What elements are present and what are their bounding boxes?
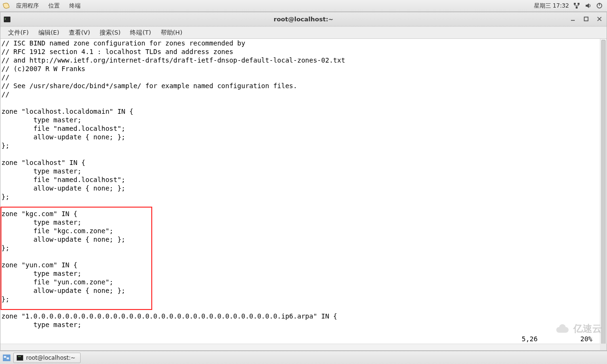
close-button[interactable] <box>595 15 604 23</box>
svg-rect-1 <box>578 3 579 5</box>
minimize-button[interactable] <box>569 15 577 23</box>
maximize-button[interactable] <box>582 15 590 23</box>
panel-clock[interactable]: 星期三 17:32 <box>534 2 569 10</box>
menu-help[interactable]: 帮助(H) <box>156 27 187 39</box>
menu-view[interactable]: 查看(V) <box>64 27 95 39</box>
taskbar-item-label: root@localhost:~ <box>26 355 75 361</box>
taskbar-item-terminal[interactable]: root@localhost:~ <box>13 353 81 363</box>
watermark-text: 亿速云 <box>573 322 602 335</box>
menu-file[interactable]: 文件(F) <box>3 27 34 39</box>
horizontal-scrollbar[interactable] <box>0 344 600 350</box>
power-icon[interactable] <box>596 2 603 9</box>
scroll-corner <box>600 344 607 350</box>
terminal-menubar: 文件(F) 编辑(E) 查看(V) 搜索(S) 终端(T) 帮助(H) <box>0 27 607 39</box>
terminal-content[interactable]: // ISC BIND named zone configuration for… <box>0 39 607 329</box>
show-desktop-icon[interactable] <box>3 355 10 361</box>
gnome-top-panel: 应用程序 位置 终端 星期三 17:32 <box>0 0 607 12</box>
terminal-icon <box>3 16 11 23</box>
svg-rect-2 <box>576 7 578 9</box>
vim-scroll-pct: 20% <box>580 335 592 343</box>
terminal-icon <box>17 355 23 361</box>
menu-search[interactable]: 搜索(S) <box>95 27 125 39</box>
network-icon[interactable] <box>573 2 580 9</box>
vertical-scrollbar[interactable] <box>600 39 607 344</box>
vim-cursor-pos: 5,26 <box>522 335 538 343</box>
svg-rect-9 <box>4 356 6 358</box>
svg-rect-0 <box>574 3 576 5</box>
vim-status-line: 5,26 20% <box>522 335 592 343</box>
window-title: root@localhost:~ <box>274 16 333 23</box>
menu-edit[interactable]: 编辑(E) <box>34 27 64 39</box>
terminal-viewport[interactable]: // ISC BIND named zone configuration for… <box>0 39 607 350</box>
watermark: 亿速云 <box>554 322 602 335</box>
panel-menu-terminal[interactable]: 终端 <box>64 0 85 12</box>
svg-rect-7 <box>584 17 588 21</box>
svg-rect-10 <box>7 357 9 359</box>
menu-terminal[interactable]: 终端(T) <box>125 27 156 39</box>
volume-icon[interactable] <box>584 2 592 9</box>
window-titlebar[interactable]: root@localhost:~ <box>0 12 607 27</box>
terminal-window: root@localhost:~ 文件(F) 编辑(E) 查看(V) 搜索(S)… <box>0 12 607 351</box>
gnome-bottom-panel: root@localhost:~ <box>0 351 607 364</box>
cloud-icon <box>554 324 570 334</box>
svg-rect-5 <box>4 17 10 22</box>
gnome-foot-icon <box>2 2 9 9</box>
panel-menu-applications[interactable]: 应用程序 <box>11 0 44 12</box>
panel-menu-places[interactable]: 位置 <box>44 0 64 12</box>
